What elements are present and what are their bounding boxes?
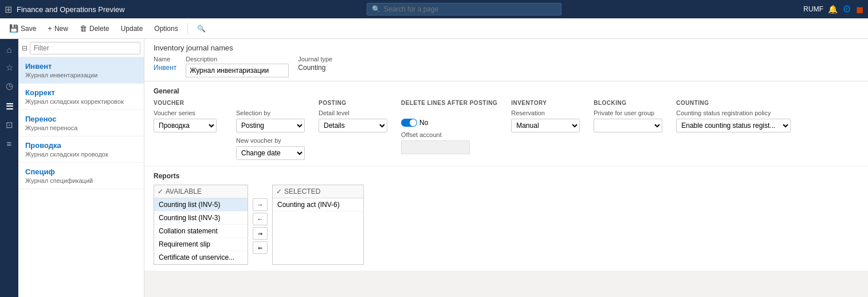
private-for-user-group-select[interactable] [594, 119, 662, 132]
reservation-select[interactable]: Manual [511, 119, 580, 132]
move-buttons: → ← ⇒ ⇐ [253, 185, 268, 254]
search-input[interactable] [384, 5, 556, 13]
blocking-group: BLOCKING Private for user group [594, 100, 662, 132]
filter-icon: ⊟ [22, 44, 28, 52]
delete-button[interactable]: 🗑 Delete [75, 22, 114, 35]
reservation-label: Reservation [511, 110, 580, 116]
toggle-track[interactable] [401, 119, 417, 127]
recent-icon[interactable]: ◷ [1, 78, 17, 94]
blocking-group-title: BLOCKING [594, 100, 662, 106]
toolbar: 💾 Save + New 🗑 Delete Update Options 🔍 [0, 18, 868, 39]
move-left-button[interactable]: ← [253, 213, 268, 225]
description-label: Description [186, 56, 289, 62]
options-button[interactable]: Options [150, 22, 182, 35]
journal-type-field: Journal type Counting [298, 56, 332, 72]
available-list-box: ✓ AVAILABLE Counting list (INV-5) Counti… [154, 185, 248, 265]
save-button[interactable]: 💾 Save [5, 22, 41, 35]
delete-lines-toggle[interactable]: No [401, 119, 428, 127]
counting-group-title: COUNTING [676, 100, 791, 106]
top-nav: ⊞ Finance and Operations Preview 🔍 RUMF … [0, 0, 868, 18]
move-all-right-button[interactable]: ⇒ [253, 227, 268, 240]
move-right-button[interactable]: → [253, 198, 268, 211]
left-panel-toolbar: ⊟ [18, 39, 144, 57]
status-reg-select[interactable]: Enable counting status regist... [676, 119, 791, 132]
report-list-item[interactable]: Counting list (INV-3) [154, 212, 248, 225]
selected-list-box: ✓ SELECTED Counting act (INV-6) [272, 185, 364, 265]
general-row: VOUCHER Voucher series Проводка _ Select… [154, 100, 859, 160]
settings-icon[interactable]: ⚙ [842, 3, 851, 15]
update-button[interactable]: Update [116, 22, 148, 35]
available-label: AVAILABLE [166, 187, 202, 196]
star-icon[interactable]: ☆ [1, 60, 17, 76]
new-icon: + [48, 24, 52, 33]
name-field: Name Инвент [154, 56, 176, 72]
left-panel: ⊟ Инвент Журнал инвентаризации Коррект Ж… [18, 39, 144, 297]
app-title: Finance and Operations Preview [17, 5, 125, 14]
report-list-item[interactable]: Counting list (INV-5) [154, 198, 248, 212]
offset-account-input[interactable] [401, 140, 470, 154]
name-label: Name [154, 56, 176, 62]
list-item[interactable]: Инвент Журнал инвентаризации [18, 57, 144, 84]
delete-icon: 🗑 [80, 24, 87, 33]
report-list-item[interactable]: Requirement slip [154, 238, 248, 251]
office-icon[interactable]: ◼ [856, 4, 863, 15]
description-field: Description [186, 56, 289, 77]
voucher-group: VOUCHER Voucher series Проводка [154, 100, 222, 132]
menu-lines-icon[interactable]: ☰ [1, 99, 17, 115]
selection-by-select[interactable]: Posting [236, 119, 305, 132]
notification-icon[interactable]: 🔔 [828, 5, 838, 14]
new-button[interactable]: + New [43, 22, 73, 35]
journal-type-value: Counting [298, 64, 332, 72]
general-section: General VOUCHER Voucher series Проводка … [144, 81, 868, 166]
search-icon: 🔍 [372, 5, 380, 13]
inventory-group: INVENTORY Reservation Manual [511, 100, 580, 132]
description-input[interactable] [186, 64, 289, 77]
list-item[interactable]: Специф Журнал спецификаций [18, 163, 144, 189]
offset-account-label: Offset account [401, 131, 497, 138]
toggle-label: No [419, 119, 428, 127]
list-item[interactable]: Проводка Журнал складских проводок [18, 136, 144, 163]
detail-level-select[interactable]: Details [319, 119, 387, 132]
selection-by-label: Selection by [236, 110, 305, 116]
voucher-series-select[interactable]: Проводка [154, 119, 217, 132]
detail-level-label: Detail level [319, 110, 387, 116]
list-item-sub: Журнал спецификаций [25, 177, 137, 184]
home-icon[interactable]: ⌂ [1, 41, 17, 57]
inventory-group-title: INVENTORY [511, 100, 580, 106]
list-item-title: Специф [25, 167, 137, 176]
icon-rail: ⌂ ☆ ◷ ☰ ⊡ ≡ [0, 39, 18, 297]
app-menu-icon[interactable]: ⊞ [5, 4, 12, 15]
list-item[interactable]: Перенос Журнал переноса [18, 110, 144, 136]
general-section-title: General [154, 87, 859, 95]
workspace-icon[interactable]: ⊡ [1, 117, 17, 133]
counting-group: COUNTING Counting status registration po… [676, 100, 791, 132]
search-bar: 🔍 [367, 3, 561, 15]
list-item-title: Коррект [25, 88, 137, 97]
selected-header: ✓ SELECTED [273, 185, 363, 198]
list-item-title: Проводка [25, 141, 137, 150]
status-reg-label: Counting status registration policy [676, 110, 791, 116]
toolbar-search-icon: 🔍 [197, 25, 206, 33]
selection-by-group: _ Selection by Posting New voucher by Ch… [236, 100, 305, 160]
new-voucher-by-select[interactable]: Change date [236, 146, 305, 160]
content-header: Inventory journal names Name Инвент Desc… [144, 39, 868, 81]
toolbar-separator [187, 23, 188, 34]
name-value: Инвент [154, 64, 176, 72]
username: RUMF [803, 5, 823, 13]
selected-check-icon: ✓ [276, 187, 282, 196]
search-button[interactable]: 🔍 [193, 22, 210, 35]
list-item-sub: Журнал складских корректировок [25, 98, 137, 105]
move-all-left-button[interactable]: ⇐ [253, 241, 268, 254]
content-area: Inventory journal names Name Инвент Desc… [144, 39, 868, 297]
list-icon[interactable]: ≡ [1, 135, 17, 151]
new-voucher-by-label: New voucher by [236, 137, 305, 144]
report-list-item[interactable]: Certificate of unservice... [154, 251, 248, 264]
main-layout: ⌂ ☆ ◷ ☰ ⊡ ≡ ⊟ Инвент Журнал инвентаризац… [0, 39, 868, 297]
report-list-item[interactable]: Collation statement [154, 225, 248, 238]
toggle-thumb [410, 119, 417, 126]
list-item[interactable]: Коррект Журнал складских корректировок [18, 84, 144, 110]
filter-input[interactable] [30, 42, 140, 54]
report-list-item[interactable]: Counting act (INV-6) [273, 198, 363, 212]
list-item-sub: Журнал складских проводок [25, 151, 137, 158]
posting-group: POSTING Detail level Details [319, 100, 387, 132]
